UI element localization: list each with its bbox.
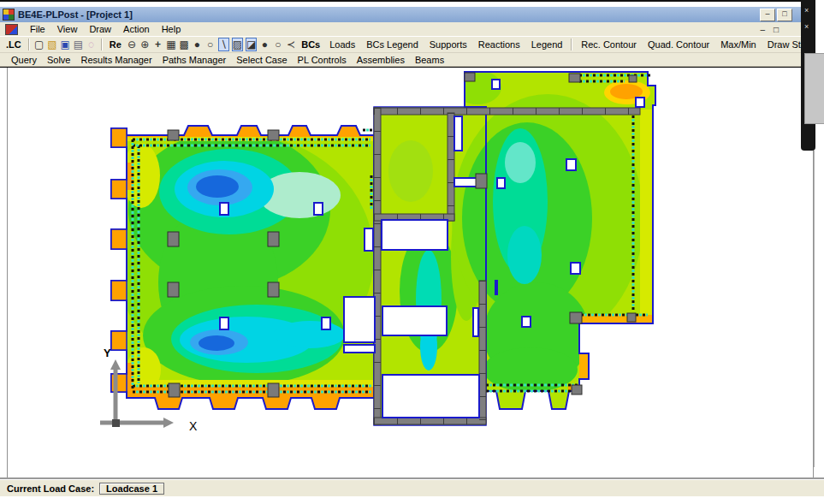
toolbar-button-paths-manager[interactable]: Paths Manager [158,54,231,66]
toolbar-button-assemblies[interactable]: Assemblies [353,54,409,66]
bcs-button[interactable]: BCs [299,39,323,50]
window-right-edge [814,151,815,467]
open-icon[interactable]: ▧ [47,38,57,51]
zoom-in-icon[interactable]: ⊕ [139,38,150,51]
current-load-case-label: Current Load Case: [7,483,94,494]
toolbar-button-reactions[interactable]: Reactions [474,39,525,50]
scrollbar-thumb[interactable] [804,53,824,124]
mdi-minimize-button[interactable]: – [760,25,765,34]
path-tool-icon[interactable]: ∖ [218,38,229,51]
toolbar-button-bcs-legend[interactable]: BCs Legend [362,39,423,50]
close-icon[interactable]: × [804,6,809,15]
toolbar-button-beams[interactable]: Beams [411,54,448,66]
rotate-tool-icon[interactable]: ○ [273,38,283,51]
mdi-close-icon[interactable]: × [804,22,809,31]
toolbar-button-rec-contour[interactable]: Rec. Contour [577,39,641,50]
ink-pen-outline-icon[interactable]: ○ [205,38,216,51]
load-case-value[interactable]: Loadcase 1 [99,483,164,495]
menu-view[interactable]: View [57,24,78,34]
toolbar-button-results-manager[interactable]: Results Manager [77,54,157,66]
x-axis-arrowhead [163,418,174,428]
status-bar: Current Load Case: Loadcase 1 [0,479,824,496]
print-icon[interactable]: ▤ [73,38,83,51]
toolbar-button-pl-controls[interactable]: PL Controls [293,54,351,66]
menu-draw[interactable]: Draw [89,24,111,34]
menu-action[interactable]: Action [123,24,150,34]
quad-tool-icon[interactable]: ◪ [246,38,257,51]
toolbar-separator [28,39,30,50]
toolbar-button-solve[interactable]: Solve [43,54,75,66]
toolbar-button-legend[interactable]: Legend [527,39,567,50]
toolbar-button-maxmin[interactable]: Max/Min [716,39,761,50]
app-icon [3,9,15,21]
plot-canvas[interactable]: Y X [7,68,814,477]
top-border [0,0,815,2]
toolbar-separator [571,39,572,50]
toolbar-button-select-case[interactable]: Select Case [232,54,291,66]
redraw-button[interactable]: Re [107,39,124,50]
window-title: BE4E-PLPost - [Project 1] [18,9,133,20]
secondary-toolbar: Query Solve Results Manager Paths Manage… [0,53,815,67]
toolbar-button-query[interactable]: Query [7,54,41,66]
main-toolbar: .LC ▢ ▧ ▣ ▤ ◌ Re ⊖ ⊕ + ▦ ▩ ● ○ ∖ ▨ ◪ ● ○… [0,36,815,53]
toolbar-button-quad-contour[interactable]: Quad. Contour [643,39,714,50]
new-icon[interactable]: ▢ [34,38,44,51]
toolbar-button-supports[interactable]: Supports [425,39,471,50]
pan-icon[interactable]: + [152,38,163,51]
select-tool-icon[interactable]: ≺ [286,38,296,51]
menu-help[interactable]: Help [162,24,181,34]
dot-tool-icon[interactable]: ● [259,38,270,51]
y-axis-label: Y [104,347,111,359]
grid-icon[interactable]: ▦ [166,38,176,51]
y-axis-arrowhead [110,359,121,370]
toolbar-button-loads[interactable]: Loads [325,39,359,50]
lc-button[interactable]: .LC [3,39,24,50]
canvas-bottom-border [7,477,814,478]
mesh-icon[interactable]: ▩ [179,38,189,51]
menu-bar: File View Draw Action Help – □ [0,22,801,36]
mdi-restore-button[interactable]: □ [774,25,779,34]
edge-pilasters [111,128,127,392]
zoom-out-icon[interactable]: ⊖ [127,38,137,51]
restore-button[interactable]: □ [777,9,792,21]
menu-file[interactable]: File [30,24,45,34]
mdi-child-icon [5,24,18,35]
x-axis-label: X [189,419,198,433]
toolbar-separator [101,39,103,50]
minimize-button[interactable]: – [760,9,775,21]
application-window: BE4E-PLPost - [Project 1] – □ File View … [0,0,824,504]
wall-stub [495,280,498,295]
zoom-window-icon[interactable]: ◌ [86,38,97,51]
contour-tool-icon[interactable]: ▨ [232,38,243,51]
title-bar: BE4E-PLPost - [Project 1] – □ [0,7,801,22]
ink-pen-icon[interactable]: ● [192,38,202,51]
save-icon[interactable]: ▣ [60,38,70,51]
